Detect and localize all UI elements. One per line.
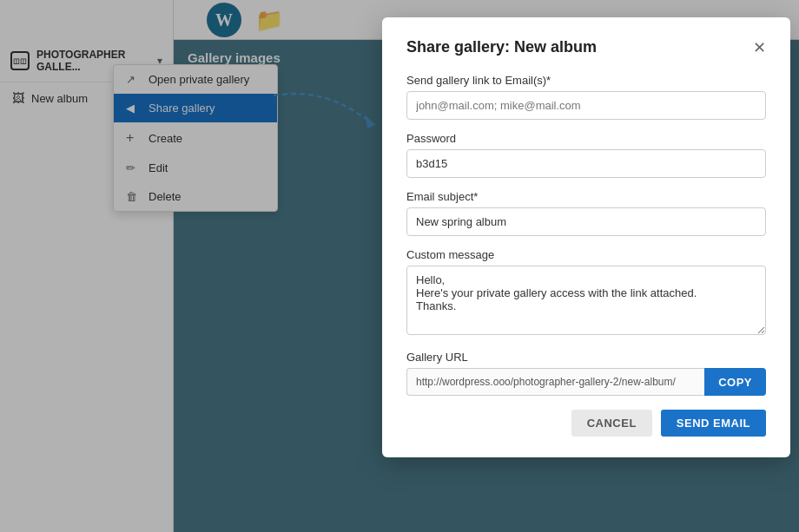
modal-header: Share gallery: New album ✕ (406, 38, 766, 56)
email-input[interactable] (406, 91, 766, 120)
url-row: COPY (406, 368, 766, 396)
password-field-group: Password (406, 132, 766, 178)
gallery-url-input[interactable] (406, 368, 704, 396)
custom-message-field-group: Custom message (406, 248, 766, 338)
gallery-url-label: Gallery URL (406, 351, 766, 364)
cancel-button[interactable]: CANCEL (571, 410, 652, 437)
modal-title: Share gallery: New album (406, 38, 597, 56)
email-subject-input[interactable] (406, 207, 766, 236)
email-field-group: Send gallery link to Email(s)* (406, 74, 766, 120)
email-subject-label: Email subject* (406, 190, 766, 203)
modal-footer: CANCEL SEND EMAIL (406, 410, 766, 437)
email-label: Send gallery link to Email(s)* (406, 74, 766, 87)
send-email-button[interactable]: SEND EMAIL (661, 410, 766, 437)
gallery-url-field-group: Gallery URL COPY (406, 351, 766, 396)
modal-close-button[interactable]: ✕ (753, 40, 766, 56)
password-input[interactable] (406, 149, 766, 178)
custom-message-label: Custom message (406, 248, 766, 261)
copy-button[interactable]: COPY (704, 368, 766, 396)
custom-message-textarea[interactable] (406, 266, 766, 335)
email-subject-field-group: Email subject* (406, 190, 766, 236)
password-label: Password (406, 132, 766, 145)
share-gallery-modal: Share gallery: New album ✕ Send gallery … (382, 17, 790, 457)
